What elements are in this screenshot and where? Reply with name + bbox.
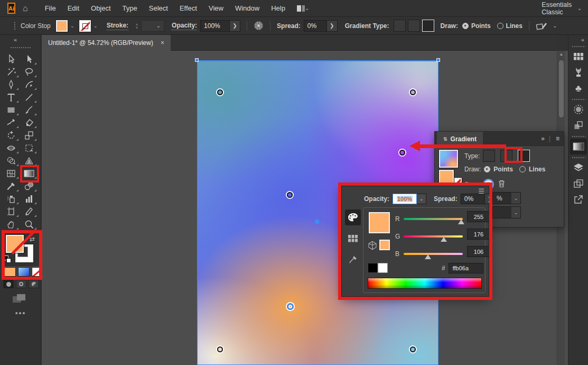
opacity-input[interactable]: 100% — [200, 20, 230, 32]
stroke-label[interactable]: Stroke: — [107, 22, 128, 30]
home-icon[interactable]: ⌂ — [23, 4, 28, 13]
chevron-down-icon[interactable]: ⌄ — [577, 5, 582, 11]
opacity-spinner-button[interactable]: ❯ — [230, 20, 240, 32]
collapse-to-icons-icon[interactable]: » — [541, 135, 545, 142]
gradient-stop[interactable] — [410, 89, 416, 95]
slider-knob[interactable] — [441, 237, 447, 242]
tool-slice[interactable] — [21, 206, 38, 218]
menu-edit[interactable]: Edit — [68, 4, 79, 12]
gradient-type-linear-button[interactable] — [394, 20, 406, 32]
color-mode-button[interactable] — [4, 267, 16, 277]
swatches-list-icon[interactable] — [345, 231, 361, 247]
tool-eraser[interactable] — [21, 117, 38, 129]
spread-input[interactable]: 0% — [304, 20, 327, 32]
stroke-weight-dropdown[interactable]: ⌄ — [141, 20, 164, 32]
chevron-down-icon[interactable]: ⌄ — [92, 20, 99, 32]
brushes-panel-icon[interactable] — [568, 65, 588, 80]
red-value-input[interactable]: 255 — [467, 211, 490, 222]
asset-export-panel-icon[interactable] — [568, 191, 588, 207]
tool-blend[interactable] — [21, 180, 38, 193]
draw-points-label[interactable]: Points — [471, 22, 491, 30]
blue-slider[interactable] — [404, 253, 463, 255]
tool-direct-selection[interactable] — [3, 53, 20, 66]
gradient-midpoint-handle[interactable] — [315, 220, 319, 224]
spread-spinner-button[interactable]: ❯ — [327, 20, 338, 32]
gamut-color-swatch[interactable] — [379, 240, 390, 250]
gradient-annotator-icon[interactable] — [536, 21, 547, 31]
black-swatch[interactable] — [368, 263, 378, 273]
panel-fill-swatch[interactable] — [439, 170, 454, 185]
chevron-down-icon[interactable]: ⌄ — [511, 207, 520, 218]
panel-draw-points-radio[interactable] — [484, 166, 490, 172]
gradient-panel-icon[interactable] — [570, 139, 587, 154]
gradient-type-radial-button[interactable] — [408, 20, 420, 32]
draw-inside-button[interactable] — [29, 280, 39, 288]
gradient-stop-selected[interactable] — [287, 303, 294, 310]
default-fill-stroke-icon[interactable] — [4, 256, 11, 263]
scroll-up-icon[interactable]: ▲ — [557, 52, 565, 57]
drag-grip[interactable] — [572, 135, 585, 138]
draw-lines-label[interactable]: Lines — [506, 22, 522, 30]
blue-value-input[interactable]: 106 — [467, 246, 490, 257]
panel-lines-label[interactable]: Lines — [529, 166, 545, 173]
tool-paintbrush[interactable] — [21, 104, 38, 116]
drag-grip[interactable] — [572, 157, 585, 159]
layers-panel-icon[interactable] — [568, 160, 588, 176]
tool-type[interactable] — [3, 92, 20, 104]
gradient-stop[interactable] — [399, 150, 405, 156]
drag-grip[interactable] — [572, 45, 585, 48]
gradient-panel-tab[interactable]: ⇅ Gradient — [437, 132, 483, 146]
tool-free-transform[interactable] — [21, 142, 38, 154]
menu-select[interactable]: Select — [149, 4, 168, 12]
tool-magic-wand[interactable] — [3, 66, 20, 78]
tool-width[interactable] — [3, 142, 20, 154]
chevron-down-icon[interactable]: ⌄ — [511, 193, 520, 204]
tool-lasso[interactable] — [21, 66, 38, 78]
tool-perspective-grid[interactable] — [21, 155, 38, 167]
appearance-panel-icon[interactable] — [568, 117, 588, 133]
tool-hand[interactable] — [3, 218, 20, 231]
white-swatch[interactable] — [378, 263, 388, 273]
arrange-documents-icon[interactable] — [297, 5, 305, 12]
delete-stop-icon[interactable] — [498, 179, 506, 189]
draw-lines-radio[interactable] — [497, 23, 503, 29]
draw-points-radio[interactable] — [462, 23, 469, 29]
hex-input[interactable]: ffb06a — [449, 263, 483, 273]
panel-points-label[interactable]: Points — [493, 166, 513, 173]
red-slider[interactable] — [404, 218, 463, 220]
tool-mesh[interactable] — [3, 168, 20, 180]
color-mixer-icon[interactable] — [345, 209, 361, 225]
stop-opacity-dropdown[interactable]: % ⌄ — [492, 192, 521, 204]
panel-type-linear-button[interactable] — [483, 150, 495, 162]
edit-toolbar-ellipsis[interactable]: ••• — [0, 309, 41, 317]
panel-cycle-icon[interactable]: ⇅ — [443, 136, 447, 142]
scrollbar-thumb[interactable] — [559, 60, 564, 117]
menu-view[interactable]: View — [209, 4, 223, 12]
menu-object[interactable]: Object — [91, 4, 111, 12]
tool-rotate[interactable] — [3, 130, 20, 142]
chevron-down-icon[interactable]: ⌄ — [417, 194, 426, 204]
opacity-label[interactable]: Opacity: — [172, 22, 197, 30]
menu-type[interactable]: Type — [123, 4, 137, 12]
drag-grip[interactable] — [572, 98, 585, 101]
gradient-stop[interactable] — [410, 346, 416, 352]
gradient-preview-thumbnail[interactable] — [439, 150, 458, 168]
tool-scale[interactable] — [21, 130, 38, 142]
panel-type-freeform-button[interactable] — [518, 150, 530, 162]
tool-symbol-sprayer[interactable] — [3, 193, 20, 205]
app-logo-icon[interactable]: Ai — [7, 3, 15, 14]
gradient-mode-button[interactable] — [18, 267, 30, 277]
tool-line-segment[interactable] — [21, 92, 38, 104]
tool-column-graph[interactable] — [21, 193, 38, 205]
drag-grip[interactable] — [14, 22, 16, 30]
tool-shaper[interactable] — [3, 117, 20, 129]
menu-file[interactable]: File — [45, 4, 56, 12]
draw-behind-button[interactable] — [16, 280, 26, 288]
tool-eyedropper[interactable] — [3, 180, 20, 193]
draw-normal-button[interactable] — [3, 280, 14, 288]
expand-panels-icon[interactable]: « — [581, 36, 584, 43]
swatches-panel-icon[interactable] — [568, 49, 588, 65]
green-value-input[interactable]: 176 — [467, 229, 490, 240]
stroke-color-swatch[interactable] — [79, 20, 91, 32]
screen-mode-icon[interactable] — [13, 294, 26, 305]
